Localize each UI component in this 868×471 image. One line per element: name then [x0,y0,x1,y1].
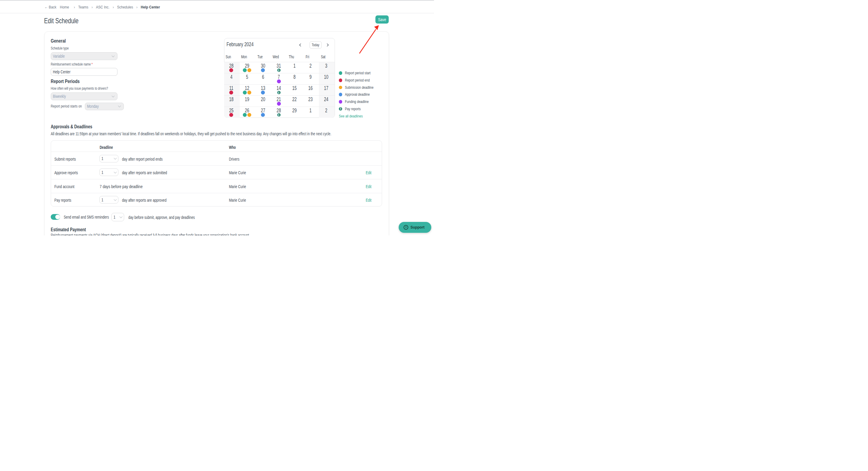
svg-text:?: ? [405,225,407,229]
